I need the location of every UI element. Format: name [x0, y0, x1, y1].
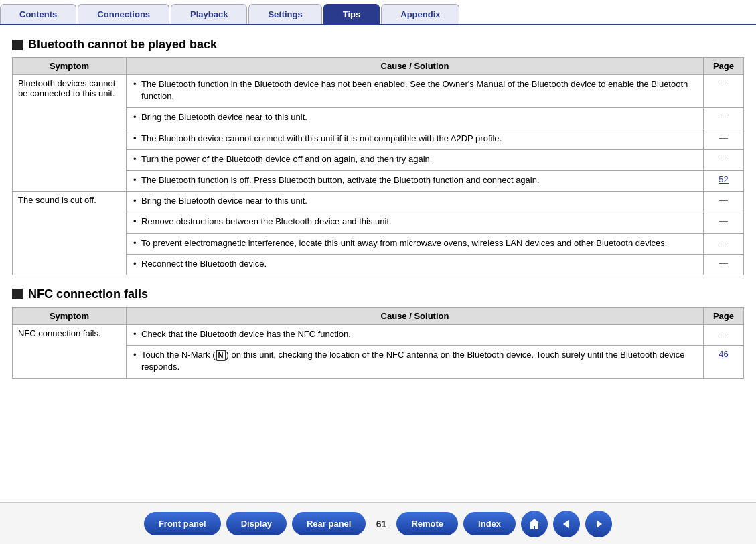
nfc-symptom-1: NFC connection fails. [13, 324, 127, 379]
nfc-header-cause: Cause / Solution [127, 307, 704, 324]
front-panel-button[interactable]: Front panel [144, 512, 221, 535]
bt-header-symptom: Symptom [13, 58, 127, 75]
nfc-header-symptom: Symptom [13, 307, 127, 324]
section1-title: Bluetooth cannot be played back [28, 38, 217, 52]
bt-header-page: Page [704, 58, 744, 75]
display-button[interactable]: Display [226, 512, 287, 535]
tab-playback[interactable]: Playback [171, 4, 247, 24]
bt-page-1-1: — [704, 75, 744, 108]
home-button[interactable] [521, 511, 548, 537]
bt-page-1-4: — [704, 149, 744, 170]
nfc-mark-icon: N [216, 350, 226, 361]
bt-page-2-3: — [704, 233, 744, 254]
table-row: The sound is cut off. Bring the Bluetoot… [13, 192, 744, 212]
back-button[interactable] [553, 511, 580, 537]
forward-button[interactable] [585, 511, 612, 537]
nfc-cause-1-2: Touch the N-Mark (N) on this unit, check… [127, 346, 704, 379]
tab-connections[interactable]: Connections [78, 4, 169, 24]
bt-page-2-2: — [704, 212, 744, 233]
index-button[interactable]: Index [463, 512, 516, 535]
nfc-page-1-1: — [704, 324, 744, 345]
nfc-page-1-2: 46 [704, 346, 744, 379]
section1-bullet-icon [12, 40, 23, 50]
bt-cause-1-2: Bring the Bluetooth device near to this … [127, 108, 704, 129]
back-arrow-icon [560, 517, 573, 531]
bt-cause-2-4: Reconnect the Bluetooth device. [127, 254, 704, 275]
table-row: Bluetooth devices cannot be connected to… [13, 75, 744, 108]
section2-bullet-icon [12, 289, 23, 299]
bt-page-2-4: — [704, 254, 744, 275]
bt-cause-2-2: Remove obstructions between the Bluetoot… [127, 212, 704, 233]
rear-panel-button[interactable]: Rear panel [292, 512, 366, 535]
bt-symptom-1: Bluetooth devices cannot be connected to… [13, 75, 127, 192]
tab-settings[interactable]: Settings [248, 4, 321, 24]
bt-cause-1-5: The Bluetooth function is off. Press Blu… [127, 170, 704, 191]
footer: Front panel Display Rear panel 61 Remote… [0, 502, 756, 544]
nfc-special-before: Touch the N-Mark ( [141, 350, 216, 360]
section2-heading: NFC connection fails [12, 287, 744, 301]
bt-cause-2-3: To prevent electromagnetic interference,… [127, 233, 704, 254]
tab-tips[interactable]: Tips [323, 4, 380, 24]
page-number: 61 [371, 519, 391, 529]
bluetooth-table: Symptom Cause / Solution Page Bluetooth … [12, 57, 744, 275]
section1-heading: Bluetooth cannot be played back [12, 38, 744, 52]
remote-button[interactable]: Remote [396, 512, 458, 535]
home-icon [528, 517, 541, 531]
main-content: Bluetooth cannot be played back Symptom … [0, 25, 756, 502]
tab-navigation: Contents Connections Playback Settings T… [0, 0, 756, 25]
bt-symptom-2: The sound is cut off. [13, 192, 127, 275]
bt-cause-1-1: The Bluetooth function in the Bluetooth … [127, 75, 704, 108]
bt-cause-1-4: Turn the power of the Bluetooth device o… [127, 149, 704, 170]
bt-cause-1-3: The Bluetooth device cannot connect with… [127, 129, 704, 149]
bt-cause-2-1: Bring the Bluetooth device near to this … [127, 192, 704, 212]
nfc-table: Symptom Cause / Solution Page NFC connec… [12, 307, 744, 379]
bt-page-1-5: 52 [704, 170, 744, 191]
bt-page-1-2: — [704, 108, 744, 129]
table-row: NFC connection fails. Check that the Blu… [13, 324, 744, 345]
tab-contents[interactable]: Contents [0, 4, 76, 24]
bt-page-1-3: — [704, 129, 744, 149]
nfc-cause-1-1: Check that the Bluetooth device has the … [127, 324, 704, 345]
forward-arrow-icon [592, 517, 605, 531]
tab-appendix[interactable]: Appendix [381, 4, 459, 24]
section2-title: NFC connection fails [28, 287, 148, 301]
nfc-header-page: Page [704, 307, 744, 324]
bt-page-2-1: — [704, 192, 744, 212]
bt-header-cause: Cause / Solution [127, 58, 704, 75]
